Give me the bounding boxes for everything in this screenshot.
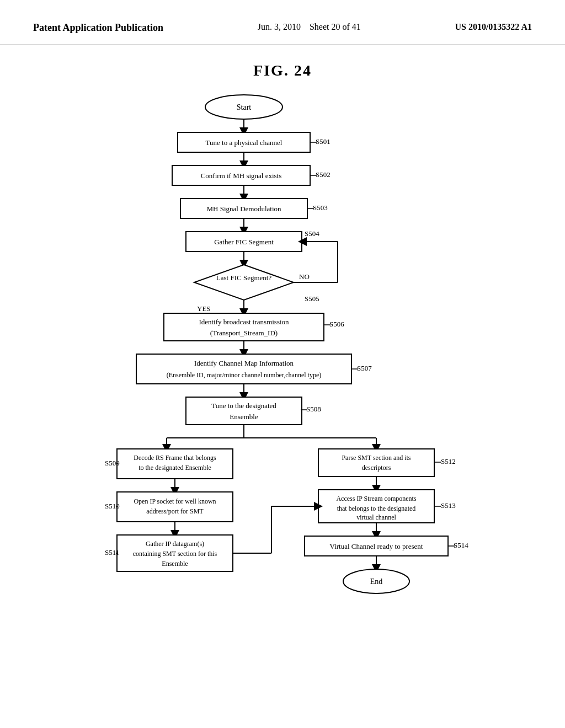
s509-step: S509 [105, 459, 120, 467]
s501-label: Tune to a physical channel [206, 138, 282, 147]
flowchart: Start Tune to a physical channel S501 Co… [0, 90, 565, 686]
start-label: Start [237, 103, 252, 111]
s508-step: S508 [306, 405, 321, 413]
s513-label-1: Access IP Stream components [336, 495, 417, 502]
s507-step: S507 [357, 364, 372, 372]
s507-label-2: (Ensemble ID, major/minor channel number… [167, 371, 321, 379]
no-label: NO [299, 272, 310, 281]
s508-label-2: Ensemble [230, 413, 258, 421]
s511-label-3: Ensemble [162, 560, 188, 568]
s503-label: MH Signal Demodulation [206, 205, 281, 213]
diamond-label: Last FIC Segment? [216, 274, 272, 282]
s512-label-2: descriptors [362, 464, 391, 472]
flowchart-svg: Start Tune to a physical channel S501 Co… [89, 90, 476, 686]
page-header: Patent Application Publication Jun. 3, 2… [0, 0, 565, 45]
s512-label-1: Parse SMT section and its [342, 454, 411, 462]
s514-step: S514 [454, 541, 468, 549]
s510-label-1: Open IP socket for well known [134, 497, 216, 505]
s514-label: Virtual Channel ready to present [330, 542, 423, 550]
s502-label: Confirm if MH signal exists [201, 172, 282, 180]
s506-step: S506 [329, 320, 344, 328]
s504-step: S504 [305, 229, 319, 238]
s507-label-1: Identify Channel Map Information [194, 359, 294, 367]
s512-step: S512 [441, 457, 456, 465]
s504-label: Gather FIC Segment [214, 238, 274, 246]
s502-step: S502 [316, 170, 331, 179]
s513-label-2: that belongs to the designated [337, 505, 416, 512]
header-right: US 2010/0135322 A1 [455, 22, 532, 32]
s506-label-1: Identify broadcast transmission [199, 318, 289, 326]
s501-step: S501 [316, 137, 331, 146]
svg-marker-13 [194, 265, 294, 300]
svg-rect-33 [318, 449, 434, 477]
s513-step: S513 [441, 501, 456, 510]
s509-label-1: Decode RS Frame that belongs [134, 454, 216, 462]
s503-step: S503 [313, 204, 328, 212]
header-left: Patent Application Publication [33, 22, 163, 34]
s511-label-2: containing SMT section for this [133, 550, 217, 558]
header-center: Jun. 3, 2010 Sheet 20 of 41 [258, 22, 361, 32]
s505-step: S505 [305, 295, 319, 303]
s511-step: S511 [105, 548, 119, 556]
s513-label-3: virtual channel [356, 513, 396, 521]
s506-label-2: (Transport_Stream_ID) [210, 329, 278, 337]
s510-step: S510 [105, 502, 120, 510]
end-label: End [370, 577, 383, 586]
s511-label-1: Gather IP datagram(s) [146, 540, 204, 548]
s508-label-1: Tune to the designated [211, 402, 276, 410]
yes-label: YES [197, 304, 211, 313]
s510-label-2: address/port for SMT [146, 507, 204, 515]
svg-rect-36 [117, 492, 233, 522]
s509-label-2: to the designated Ensemble [138, 464, 211, 472]
figure-title: FIG. 24 [0, 62, 565, 79]
